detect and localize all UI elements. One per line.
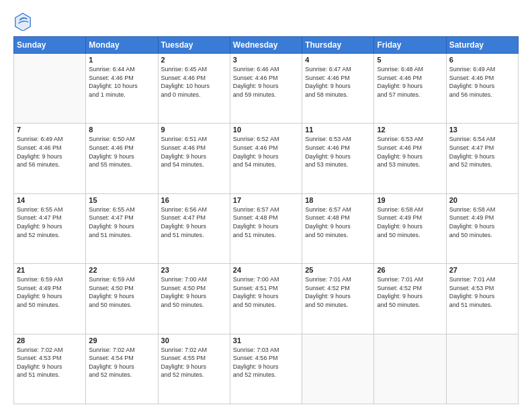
day-number: 17 xyxy=(233,196,299,204)
day-number: 30 xyxy=(161,336,227,345)
calendar-cell: 27Sunrise: 7:01 AMSunset: 4:53 PMDayligh… xyxy=(446,264,518,334)
calendar-cell: 30Sunrise: 7:02 AMSunset: 4:55 PMDayligh… xyxy=(158,334,230,404)
day-info: Sunrise: 6:55 AMSunset: 4:47 PMDaylight:… xyxy=(89,205,154,239)
day-number: 20 xyxy=(449,196,515,204)
day-info: Sunrise: 7:00 AMSunset: 4:51 PMDaylight:… xyxy=(233,275,299,309)
day-number: 15 xyxy=(89,196,154,204)
calendar-cell xyxy=(302,334,374,404)
day-number: 18 xyxy=(305,196,371,204)
calendar-cell: 26Sunrise: 7:01 AMSunset: 4:52 PMDayligh… xyxy=(374,264,446,334)
day-info: Sunrise: 6:45 AMSunset: 4:46 PMDaylight:… xyxy=(161,65,227,99)
calendar-cell: 6Sunrise: 6:49 AMSunset: 4:46 PMDaylight… xyxy=(446,54,518,124)
calendar-cell: 16Sunrise: 6:56 AMSunset: 4:47 PMDayligh… xyxy=(158,193,230,263)
calendar-cell: 14Sunrise: 6:55 AMSunset: 4:47 PMDayligh… xyxy=(14,193,86,263)
calendar-cell: 18Sunrise: 6:57 AMSunset: 4:48 PMDayligh… xyxy=(302,193,374,263)
calendar-cell: 4Sunrise: 6:47 AMSunset: 4:46 PMDaylight… xyxy=(302,54,374,124)
calendar-cell: 2Sunrise: 6:45 AMSunset: 4:46 PMDaylight… xyxy=(158,54,230,124)
day-info: Sunrise: 6:54 AMSunset: 4:47 PMDaylight:… xyxy=(449,135,515,169)
calendar-cell: 20Sunrise: 6:58 AMSunset: 4:49 PMDayligh… xyxy=(446,193,518,263)
day-number: 11 xyxy=(305,126,371,134)
day-info: Sunrise: 6:52 AMSunset: 4:46 PMDaylight:… xyxy=(233,135,299,169)
calendar-cell: 31Sunrise: 7:03 AMSunset: 4:56 PMDayligh… xyxy=(230,334,302,404)
calendar-cell: 1Sunrise: 6:44 AMSunset: 4:46 PMDaylight… xyxy=(86,54,158,124)
weekday-header-wednesday: Wednesday xyxy=(230,37,302,54)
day-info: Sunrise: 6:58 AMSunset: 4:49 PMDaylight:… xyxy=(377,205,443,239)
day-number: 9 xyxy=(161,126,227,134)
day-number: 5 xyxy=(377,56,443,64)
day-number: 2 xyxy=(161,56,227,64)
calendar-cell: 11Sunrise: 6:53 AMSunset: 4:46 PMDayligh… xyxy=(302,124,374,193)
day-info: Sunrise: 6:49 AMSunset: 4:46 PMDaylight:… xyxy=(17,135,83,169)
page: SundayMondayTuesdayWednesdayThursdayFrid… xyxy=(0,0,532,411)
day-number: 4 xyxy=(305,56,371,64)
calendar-cell: 13Sunrise: 6:54 AMSunset: 4:47 PMDayligh… xyxy=(446,124,518,193)
calendar-cell: 8Sunrise: 6:50 AMSunset: 4:46 PMDaylight… xyxy=(86,124,158,193)
day-info: Sunrise: 6:56 AMSunset: 4:47 PMDaylight:… xyxy=(161,205,227,239)
day-info: Sunrise: 7:01 AMSunset: 4:52 PMDaylight:… xyxy=(305,275,371,309)
day-number: 6 xyxy=(449,56,515,64)
calendar-cell: 5Sunrise: 6:48 AMSunset: 4:46 PMDaylight… xyxy=(374,54,446,124)
calendar-cell: 24Sunrise: 7:00 AMSunset: 4:51 PMDayligh… xyxy=(230,264,302,334)
calendar-week-row: 7Sunrise: 6:49 AMSunset: 4:46 PMDaylight… xyxy=(14,124,519,193)
day-info: Sunrise: 6:48 AMSunset: 4:46 PMDaylight:… xyxy=(377,65,443,99)
header xyxy=(13,12,519,31)
day-number: 31 xyxy=(233,336,299,345)
calendar-cell: 12Sunrise: 6:53 AMSunset: 4:46 PMDayligh… xyxy=(374,124,446,193)
calendar-cell: 28Sunrise: 7:02 AMSunset: 4:53 PMDayligh… xyxy=(14,334,86,404)
day-number: 28 xyxy=(17,336,83,345)
day-number: 3 xyxy=(233,56,299,64)
day-number: 29 xyxy=(89,336,154,345)
day-info: Sunrise: 7:01 AMSunset: 4:52 PMDaylight:… xyxy=(377,275,443,309)
calendar-cell xyxy=(374,334,446,404)
day-number: 12 xyxy=(377,126,443,134)
calendar-cell: 22Sunrise: 6:59 AMSunset: 4:50 PMDayligh… xyxy=(86,264,158,334)
calendar-cell: 9Sunrise: 6:51 AMSunset: 4:46 PMDaylight… xyxy=(158,124,230,193)
day-info: Sunrise: 6:46 AMSunset: 4:46 PMDaylight:… xyxy=(233,65,299,99)
day-number: 22 xyxy=(89,266,154,274)
calendar-week-row: 14Sunrise: 6:55 AMSunset: 4:47 PMDayligh… xyxy=(14,193,519,263)
day-number: 1 xyxy=(89,56,154,64)
calendar-cell: 29Sunrise: 7:02 AMSunset: 4:54 PMDayligh… xyxy=(86,334,158,404)
day-number: 24 xyxy=(233,266,299,274)
day-number: 13 xyxy=(449,126,515,134)
calendar-week-row: 21Sunrise: 6:59 AMSunset: 4:49 PMDayligh… xyxy=(14,264,519,334)
day-info: Sunrise: 6:53 AMSunset: 4:46 PMDaylight:… xyxy=(305,135,371,169)
calendar-week-row: 1Sunrise: 6:44 AMSunset: 4:46 PMDaylight… xyxy=(14,54,519,124)
day-number: 23 xyxy=(161,266,227,274)
day-number: 10 xyxy=(233,126,299,134)
day-info: Sunrise: 7:00 AMSunset: 4:50 PMDaylight:… xyxy=(161,275,227,309)
day-info: Sunrise: 6:57 AMSunset: 4:48 PMDaylight:… xyxy=(233,205,299,239)
day-info: Sunrise: 6:59 AMSunset: 4:49 PMDaylight:… xyxy=(17,275,83,309)
logo xyxy=(13,12,35,31)
weekday-header-sunday: Sunday xyxy=(14,37,86,54)
weekday-header-friday: Friday xyxy=(374,37,446,54)
weekday-header-monday: Monday xyxy=(86,37,158,54)
calendar-table: SundayMondayTuesdayWednesdayThursdayFrid… xyxy=(13,36,519,404)
calendar-cell: 3Sunrise: 6:46 AMSunset: 4:46 PMDaylight… xyxy=(230,54,302,124)
day-number: 27 xyxy=(449,266,515,274)
day-info: Sunrise: 6:49 AMSunset: 4:46 PMDaylight:… xyxy=(449,65,515,99)
day-info: Sunrise: 6:59 AMSunset: 4:50 PMDaylight:… xyxy=(89,275,154,309)
day-info: Sunrise: 6:53 AMSunset: 4:46 PMDaylight:… xyxy=(377,135,443,169)
calendar-cell: 7Sunrise: 6:49 AMSunset: 4:46 PMDaylight… xyxy=(14,124,86,193)
day-info: Sunrise: 7:02 AMSunset: 4:54 PMDaylight:… xyxy=(89,346,154,379)
day-info: Sunrise: 7:02 AMSunset: 4:55 PMDaylight:… xyxy=(161,346,227,379)
weekday-header-row: SundayMondayTuesdayWednesdayThursdayFrid… xyxy=(14,37,519,54)
calendar-cell: 17Sunrise: 6:57 AMSunset: 4:48 PMDayligh… xyxy=(230,193,302,263)
day-info: Sunrise: 6:50 AMSunset: 4:46 PMDaylight:… xyxy=(89,135,154,169)
day-info: Sunrise: 7:02 AMSunset: 4:53 PMDaylight:… xyxy=(17,346,83,379)
day-info: Sunrise: 6:55 AMSunset: 4:47 PMDaylight:… xyxy=(17,205,83,239)
day-number: 21 xyxy=(17,266,83,274)
calendar-cell xyxy=(446,334,518,404)
calendar-cell: 10Sunrise: 6:52 AMSunset: 4:46 PMDayligh… xyxy=(230,124,302,193)
calendar-cell xyxy=(14,54,86,124)
weekday-header-thursday: Thursday xyxy=(302,37,374,54)
day-info: Sunrise: 6:58 AMSunset: 4:49 PMDaylight:… xyxy=(449,205,515,239)
day-info: Sunrise: 7:01 AMSunset: 4:53 PMDaylight:… xyxy=(449,275,515,309)
day-number: 26 xyxy=(377,266,443,274)
day-info: Sunrise: 6:44 AMSunset: 4:46 PMDaylight:… xyxy=(89,65,154,99)
calendar-cell: 15Sunrise: 6:55 AMSunset: 4:47 PMDayligh… xyxy=(86,193,158,263)
day-number: 8 xyxy=(89,126,154,134)
calendar-week-row: 28Sunrise: 7:02 AMSunset: 4:53 PMDayligh… xyxy=(14,334,519,404)
day-info: Sunrise: 6:47 AMSunset: 4:46 PMDaylight:… xyxy=(305,65,371,99)
